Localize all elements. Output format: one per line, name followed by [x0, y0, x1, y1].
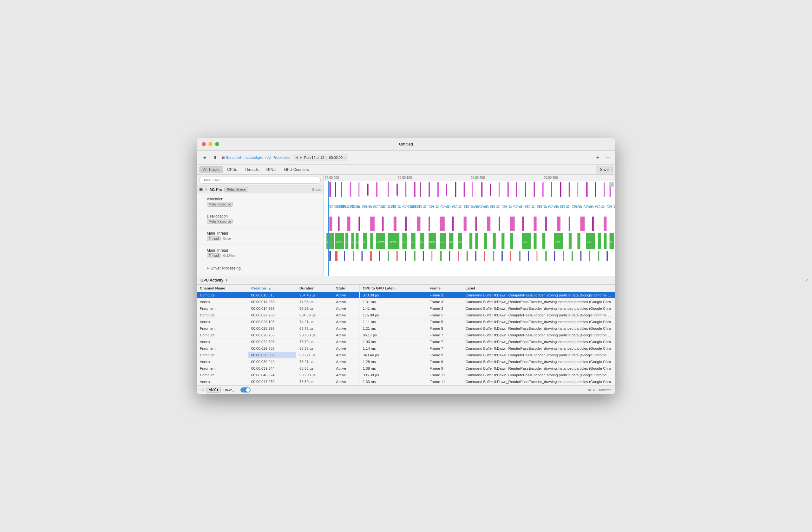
driver-expand-icon[interactable]: ▶	[207, 266, 209, 270]
close-button[interactable]	[202, 142, 206, 146]
table-row[interactable]: Compute00:00.028.756900.50 µsActive86.17…	[197, 332, 615, 339]
track-name-main-thread-2: Main Thread	[207, 248, 236, 253]
svg-rect-168	[423, 251, 424, 261]
svg-rect-81	[329, 217, 332, 231]
table-cell-label: Command Buffer 0:Dawn_RenderPassEncoder_…	[462, 305, 615, 312]
col-label[interactable]: Label	[462, 285, 615, 292]
table-cell-cpu_gpu_lat: 175.08 µs	[359, 312, 426, 319]
svg-text:C...: C...	[363, 240, 367, 243]
run-play-icon: ▶	[300, 156, 302, 160]
filter-separator: ·	[237, 388, 238, 392]
track-filter-input[interactable]	[199, 177, 321, 183]
table-cell-cpu_gpu_lat: 1.14 ms	[359, 345, 426, 352]
table-row[interactable]: Vertex00:00.014.25374.58 µsActive1.31 ms…	[197, 299, 615, 305]
add-button[interactable]: +	[594, 153, 601, 162]
timeline-resize-handle[interactable]: ⤢	[609, 182, 614, 187]
table-cell-cpu_gpu_lat: 373.38 µs	[359, 292, 426, 299]
svg-text:ↂ: ↂ	[537, 204, 542, 209]
tab-all-tracks[interactable]: All Tracks	[199, 166, 223, 173]
breadcrumb-process[interactable]: All Processes	[267, 156, 290, 160]
svg-rect-2	[341, 182, 342, 197]
svg-text:Co...: Co...	[587, 240, 592, 243]
table-container[interactable]: Channel Name Creation ▲ Duration State C…	[197, 285, 615, 385]
svg-rect-169	[431, 251, 432, 261]
svg-rect-137	[469, 233, 472, 249]
tab-gpu-counters[interactable]: GPU Counters	[280, 166, 313, 173]
svg-rect-183	[554, 251, 555, 261]
grid-icon: ⊞	[199, 187, 203, 192]
filter-toggle[interactable]	[241, 387, 250, 393]
table-cell-duration: 903.21 µs	[296, 352, 333, 358]
svg-rect-118	[370, 233, 373, 249]
pause-button[interactable]: ⏸	[211, 154, 219, 161]
table-row[interactable]: Compute00:00.046.324903.00 µsActive395.3…	[197, 372, 615, 379]
table-cell-state: Active	[333, 339, 359, 345]
svg-text:ↂↂↂ: ↂↂↂ	[402, 204, 418, 209]
table-row[interactable]: Compute00:00.027.260904.33 µsActive175.0…	[197, 312, 615, 319]
svg-text:ↂ: ↂ	[362, 204, 367, 209]
svg-rect-26	[551, 182, 552, 197]
col-state[interactable]: State	[333, 285, 359, 292]
col-creation[interactable]: Creation ▲	[248, 285, 296, 292]
gpu-activity-sort-icon[interactable]: ⬍	[225, 279, 228, 282]
table-row[interactable]: Compute00:00.013.315904.46 µsActive373.3…	[197, 292, 615, 299]
svg-rect-172	[458, 251, 459, 261]
group-badge: Metal Device	[224, 187, 248, 192]
run-prev-button[interactable]: ◀	[295, 156, 298, 160]
timeline-canvas[interactable]: 00:00.000 00:00.100 00:00.200 00:00.300	[323, 175, 615, 276]
track-viz-deallocation: ↂↂↂ ↂↂ ↂↂↂↂ ↂ ↂ ↂ ↂ ↂↂ ↂↂↂ ↂ ↂ ↂↂↂ	[323, 198, 615, 215]
table-row[interactable]: Vertex00:00.029.69675.79 µsActive1.03 ms…	[197, 339, 615, 345]
svg-rect-149	[569, 233, 571, 249]
toolbar: ⏮ ⏸ 🖥 fbeaufort-macbookpro › All Process…	[197, 151, 615, 165]
table-cell-channel: Compute	[197, 312, 248, 319]
svg-rect-32	[604, 182, 605, 197]
svg-rect-6	[376, 182, 378, 197]
svg-rect-11	[420, 182, 421, 197]
track-group-header[interactable]: ⊞ ▼ M1 Pro Metal Device State	[197, 186, 323, 193]
tab-threads[interactable]: Threads	[241, 166, 262, 173]
table-row[interactable]: Fragment00:00.039.34465.58 µsActive1.38 …	[197, 365, 615, 372]
minimize-button[interactable]	[208, 142, 213, 146]
svg-text:ↂ: ↂ	[429, 204, 434, 209]
breadcrumb-device[interactable]: fbeaufort-macbookpro	[226, 156, 263, 160]
col-cpu-gpu-lat[interactable]: CPU to GPU Laten...	[359, 285, 426, 292]
table-row[interactable]: Vertex00:00.039.24075.21 µsActive1.28 ms…	[197, 358, 615, 365]
tab-cpus[interactable]: CPUs	[223, 166, 241, 173]
filter-any-button[interactable]: ANY ▾	[206, 387, 221, 393]
svg-rect-94	[475, 217, 477, 231]
table-cell-duration: 65.75 µs	[296, 325, 333, 332]
table-cell-creation: 00:00.039.344	[248, 365, 296, 372]
svg-rect-96	[498, 217, 500, 231]
svg-text:ↂ: ↂ	[458, 205, 462, 209]
table-cell-duration: 904.46 µs	[296, 292, 333, 299]
svg-rect-31	[595, 182, 596, 197]
table-row[interactable]: Fragment00:00.029.80565.83 µsActive1.14 …	[197, 345, 615, 352]
track-badge-deallocation: Metal Resource	[207, 219, 233, 224]
svg-text:ↂ: ↂ	[612, 205, 615, 209]
table-row[interactable]: Fragment00:00.028.29665.75 µsActive1.21 …	[197, 325, 615, 332]
track-filter-bar	[197, 175, 323, 186]
table-row[interactable]: Fragment00:00.014.35565.29 µsActive1.41 …	[197, 305, 615, 312]
svg-text:ↂ: ↂ	[423, 205, 427, 209]
maximize-button[interactable]	[215, 142, 219, 146]
minimize-toolbar-button[interactable]: —	[604, 154, 611, 161]
table-cell-frame: Frame 5	[426, 312, 462, 319]
table-row[interactable]: Vertex00:00.028.19574.21 µsActive1.11 ms…	[197, 319, 615, 325]
table-row[interactable]: Vertex00:00.047.26075.50 µsActive1.33 ms…	[197, 379, 615, 385]
col-duration[interactable]: Duration	[296, 285, 333, 292]
back-button[interactable]: ⏮	[201, 154, 208, 161]
svg-text:ↂ: ↂ	[571, 204, 577, 209]
table-cell-channel: Vertex	[197, 299, 248, 305]
timeline-tracks: ↂↂↂ ↂↂ ↂↂↂↂ ↂ ↂ ↂ ↂ ↂↂ ↂↂↂ ↂ ↂ ↂↂↂ	[323, 181, 615, 276]
tab-gpus[interactable]: GPUs	[262, 166, 280, 173]
svg-rect-30	[586, 182, 588, 197]
ruler-mark-1: 00:00.100	[398, 176, 412, 179]
table-cell-frame: Frame 11	[426, 379, 462, 385]
col-channel[interactable]: Channel Name	[197, 285, 248, 292]
table-cell-channel: Compute	[197, 372, 248, 379]
svg-text:C...: C...	[441, 240, 445, 243]
table-row[interactable]: Compute00:00.038.306903.21 µsActive343.4…	[197, 352, 615, 358]
run-info-button[interactable]: ℹ	[345, 156, 346, 160]
save-button[interactable]: Save	[596, 166, 613, 174]
col-frame[interactable]: Frame	[426, 285, 462, 292]
